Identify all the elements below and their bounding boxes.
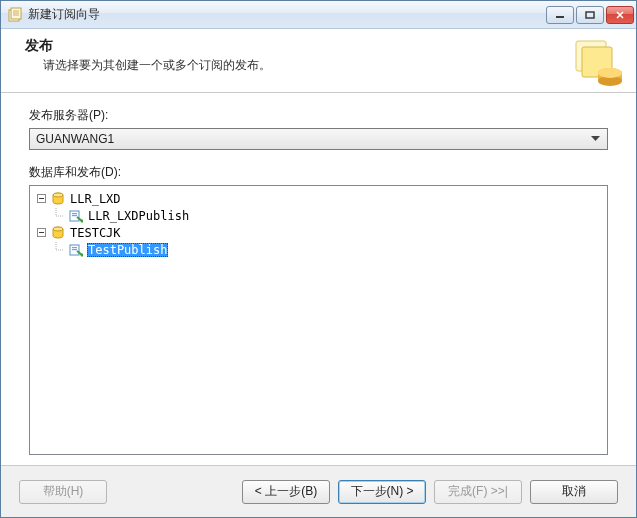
tree-node-label: LLR_LXD [69,192,122,206]
svg-rect-26 [72,247,77,248]
tree-leaf-connector [50,242,68,258]
databases-publications-label: 数据库和发布(D): [29,164,608,181]
page-subtitle: 请选择要为其创建一个或多个订阅的发布。 [25,57,570,74]
collapse-icon[interactable] [32,191,50,207]
tree-node-label: LLR_LXDPublish [87,209,190,223]
svg-rect-27 [72,249,77,250]
database-icon [50,225,66,241]
svg-point-16 [53,193,63,197]
publisher-server-label: 发布服务器(P): [29,107,608,124]
titlebar: 新建订阅向导 [1,1,636,29]
publisher-server-value: GUANWANG1 [36,132,587,146]
publication-icon [68,208,84,224]
minimize-button[interactable] [546,6,574,24]
svg-rect-5 [556,16,564,18]
publication-icon [68,242,84,258]
tree-node-publication[interactable]: TestPublish [32,241,605,258]
tree-node-database[interactable]: LLR_LXD [32,190,605,207]
next-button[interactable]: 下一步(N) > [338,480,426,504]
cancel-button[interactable]: 取消 [530,480,618,504]
page-title: 发布 [25,37,570,55]
svg-point-24 [53,227,63,231]
database-icon [50,191,66,207]
window-title: 新建订阅向导 [28,6,546,23]
close-button[interactable] [606,6,634,24]
chevron-down-icon [587,129,603,149]
wizard-header: 发布 请选择要为其创建一个或多个订阅的发布。 [1,29,636,93]
maximize-button[interactable] [576,6,604,24]
tree-node-label: TestPublish [87,243,168,257]
svg-point-12 [598,68,622,78]
window-controls [546,6,634,24]
publisher-server-combo[interactable]: GUANWANG1 [29,128,608,150]
wizard-footer: 帮助(H) < 上一步(B) 下一步(N) > 完成(F) >>| 取消 [1,465,636,517]
svg-rect-19 [72,215,77,216]
collapse-icon[interactable] [32,225,50,241]
publications-tree[interactable]: LLR_LXD [29,185,608,455]
tree-leaf-connector [50,208,68,224]
back-button[interactable]: < 上一步(B) [242,480,330,504]
tree-node-label: TESTCJK [69,226,122,240]
wizard-body: 发布服务器(P): GUANWANG1 数据库和发布(D): [1,93,636,465]
tree-node-database[interactable]: TESTCJK [32,224,605,241]
app-icon [7,7,23,23]
tree-node-publication[interactable]: LLR_LXDPublish [32,207,605,224]
svg-rect-6 [586,12,594,18]
help-button[interactable]: 帮助(H) [19,480,107,504]
header-illustration-icon [570,37,626,89]
svg-rect-18 [72,213,77,214]
finish-button[interactable]: 完成(F) >>| [434,480,522,504]
wizard-window: 新建订阅向导 发布 请选择要为其创建一个或多个订阅的发布。 [0,0,637,518]
